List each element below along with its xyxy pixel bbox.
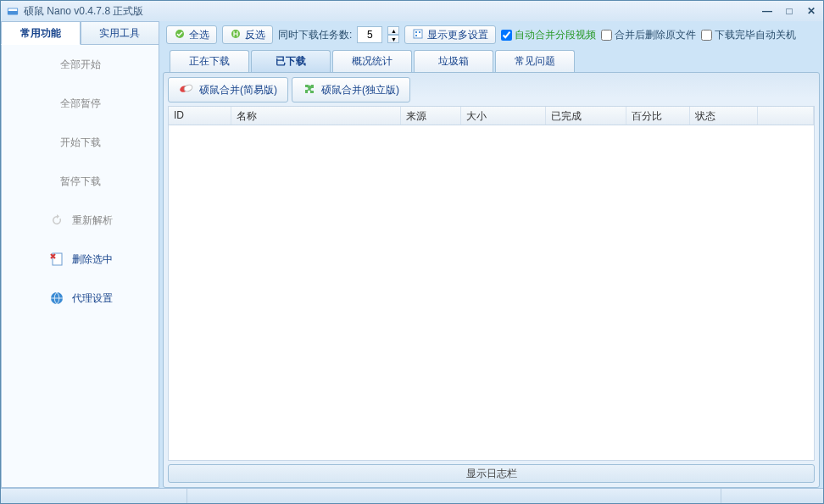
titlebar: 硕鼠 Nano v0.4.7.8 正式版 — □ ✕: [1, 1, 823, 21]
download-table[interactable]: ID 名称 来源 大小 已完成 百分比 状态: [168, 106, 815, 461]
svg-rect-8: [419, 31, 420, 33]
column-spacer: [758, 107, 814, 125]
column-percent[interactable]: 百分比: [626, 107, 690, 125]
toolbar: 全选 反选 同时下载任务数: ▲ ▼ 显示更多设置 自动合并分段视频 合并后删除…: [163, 25, 820, 50]
start-download-button[interactable]: 开始下载: [2, 123, 159, 162]
table-header-row: ID 名称 来源 大小 已完成 百分比 状态: [169, 107, 814, 125]
tab-faq[interactable]: 常见问题: [495, 50, 575, 72]
invert-icon: [230, 28, 242, 42]
show-log-button[interactable]: 显示日志栏: [168, 464, 815, 483]
column-source[interactable]: 来源: [401, 107, 461, 125]
refresh-icon: [48, 212, 65, 229]
merge-standalone-button[interactable]: 硕鼠合并(独立版): [292, 77, 410, 102]
status-seg-1: [1, 489, 187, 503]
auto-merge-checkbox[interactable]: 自动合并分段视频: [501, 28, 596, 42]
app-icon: [6, 4, 19, 18]
tab-common-functions[interactable]: 常用功能: [1, 21, 81, 45]
select-all-button[interactable]: 全选: [166, 25, 217, 44]
maximize-button[interactable]: □: [782, 4, 796, 18]
column-size[interactable]: 大小: [461, 107, 546, 125]
concurrent-down-button[interactable]: ▼: [387, 35, 399, 43]
delete-after-merge-checkbox[interactable]: 合并后删除原文件: [601, 28, 696, 42]
status-seg-2: [187, 489, 721, 503]
column-id[interactable]: ID: [169, 107, 231, 125]
reparse-button[interactable]: 重新解析: [2, 201, 159, 240]
merge-simple-button[interactable]: 硕鼠合并(简易版): [168, 77, 288, 102]
more-settings-button[interactable]: 显示更多设置: [404, 25, 496, 44]
window-title: 硕鼠 Nano v0.4.7.8 正式版: [24, 4, 760, 19]
column-status[interactable]: 状态: [690, 107, 758, 125]
column-name[interactable]: 名称: [231, 107, 401, 125]
status-seg-3: [721, 489, 823, 503]
globe-icon: [48, 290, 65, 307]
tab-downloading[interactable]: 正在下载: [170, 50, 249, 72]
shutdown-after-checkbox[interactable]: 下载完毕自动关机: [701, 28, 796, 42]
column-done[interactable]: 已完成: [546, 107, 626, 125]
select-all-icon: [174, 28, 186, 42]
start-all-button[interactable]: 全部开始: [2, 45, 159, 84]
tab-trash[interactable]: 垃圾箱: [414, 50, 493, 72]
content-area: 硕鼠合并(简易版) 硕鼠合并(独立版) ID 名称 来源 大小 已完成 百分比: [163, 72, 820, 488]
right-panel: 全选 反选 同时下载任务数: ▲ ▼ 显示更多设置 自动合并分段视频 合并后删除…: [159, 21, 823, 488]
invert-selection-button[interactable]: 反选: [222, 25, 273, 44]
tab-stats[interactable]: 概况统计: [332, 50, 412, 72]
puzzle-icon: [303, 82, 316, 98]
svg-rect-7: [415, 31, 417, 33]
svg-rect-6: [414, 30, 422, 38]
statusbar: [1, 488, 823, 503]
minimize-button[interactable]: —: [760, 4, 774, 18]
pause-all-button[interactable]: 全部暂停: [2, 84, 159, 123]
close-button[interactable]: ✕: [805, 4, 818, 18]
delete-icon: [48, 251, 65, 268]
proxy-settings-button[interactable]: 代理设置: [2, 279, 159, 318]
left-panel: 常用功能 实用工具 全部开始 全部暂停 开始下载 暂停下载 重新解析 删除选中: [1, 21, 159, 488]
pill-icon: [179, 83, 194, 97]
pause-download-button[interactable]: 暂停下载: [2, 162, 159, 201]
svg-rect-1: [8, 8, 18, 11]
concurrent-input[interactable]: [357, 26, 382, 43]
content-tabs: 正在下载 已下载 概况统计 垃圾箱 常见问题: [163, 50, 820, 72]
concurrent-label: 同时下载任务数:: [278, 28, 352, 42]
tab-utility-tools[interactable]: 实用工具: [81, 21, 160, 45]
delete-selected-button[interactable]: 删除选中: [2, 240, 159, 279]
settings-icon: [412, 28, 424, 42]
concurrent-up-button[interactable]: ▲: [387, 26, 399, 35]
svg-rect-9: [415, 35, 417, 36]
tab-downloaded[interactable]: 已下载: [251, 50, 331, 72]
